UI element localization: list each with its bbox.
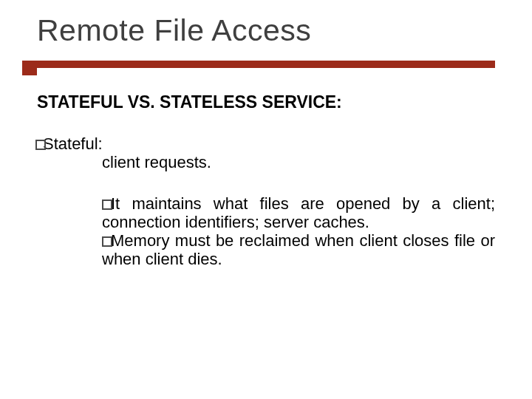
stateful-label: Stateful:: [43, 134, 103, 153]
stateful-line2: client requests.: [102, 153, 495, 171]
content-block: Stateful: client requests. It maintains …: [37, 134, 495, 269]
accent-rule: [37, 61, 495, 68]
page-title: Remote File Access: [37, 13, 311, 48]
accent-square: [22, 61, 37, 75]
list-item-text: Memory must be reclaimed when client clo…: [102, 231, 495, 268]
list-item: It maintains what files are opened by a …: [102, 194, 495, 232]
sub-list: It maintains what files are opened by a …: [102, 194, 495, 269]
list-item-text: It maintains what files are opened by a …: [102, 194, 495, 231]
stateful-heading: Stateful:: [37, 134, 495, 153]
section-subtitle: STATEFUL VS. STATELESS SERVICE:: [37, 92, 342, 112]
square-bullet-icon: [35, 140, 46, 150]
slide: { "title": "Remote File Access", "subtit…: [0, 0, 532, 399]
list-item: Memory must be reclaimed when client clo…: [102, 231, 495, 269]
